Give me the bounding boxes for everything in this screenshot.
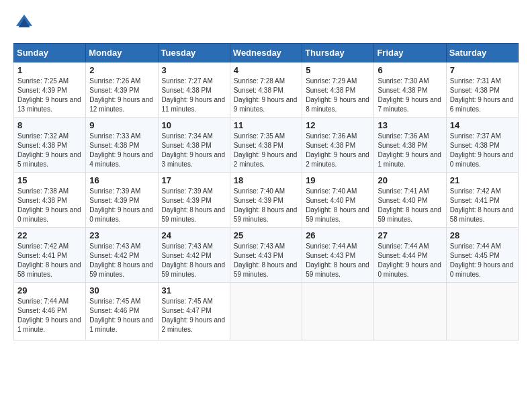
day-number: 18: [234, 175, 298, 185]
day-number: 28: [450, 230, 515, 240]
day-number: 6: [378, 65, 442, 75]
calendar-cell: 20 Sunrise: 7:41 AMSunset: 4:40 PMDaylig…: [374, 173, 446, 228]
logo-icon: [15, 13, 34, 32]
day-number: 26: [306, 230, 370, 240]
week-row-1: 1 Sunrise: 7:25 AMSunset: 4:39 PMDayligh…: [14, 62, 519, 118]
calendar-cell: 27 Sunrise: 7:44 AMSunset: 4:44 PMDaylig…: [374, 228, 446, 283]
calendar-cell: 13 Sunrise: 7:36 AMSunset: 4:38 PMDaylig…: [374, 118, 446, 173]
day-number: 21: [450, 175, 515, 185]
day-number: 22: [17, 230, 82, 240]
cell-info: Sunrise: 7:37 AMSunset: 4:38 PMDaylight:…: [450, 132, 514, 168]
weekday-header-thursday: Thursday: [302, 44, 374, 62]
week-row-2: 8 Sunrise: 7:32 AMSunset: 4:38 PMDayligh…: [14, 118, 519, 173]
day-number: 15: [17, 175, 82, 185]
cell-info: Sunrise: 7:34 AMSunset: 4:38 PMDaylight:…: [162, 132, 226, 168]
calendar-cell: 18 Sunrise: 7:40 AMSunset: 4:39 PMDaylig…: [230, 173, 302, 228]
calendar-cell: 1 Sunrise: 7:25 AMSunset: 4:39 PMDayligh…: [14, 62, 86, 118]
logo: [13, 13, 36, 35]
day-number: 16: [89, 175, 154, 185]
calendar-cell: 5 Sunrise: 7:29 AMSunset: 4:38 PMDayligh…: [302, 62, 374, 118]
day-number: 3: [162, 65, 226, 75]
cell-info: Sunrise: 7:45 AMSunset: 4:46 PMDaylight:…: [89, 298, 153, 333]
calendar-cell: 9 Sunrise: 7:33 AMSunset: 4:38 PMDayligh…: [86, 118, 158, 173]
cell-info: Sunrise: 7:43 AMSunset: 4:43 PMDaylight:…: [234, 242, 298, 278]
day-number: 2: [89, 65, 154, 75]
day-number: 4: [234, 65, 298, 75]
day-number: 31: [162, 285, 226, 295]
calendar-cell: 24 Sunrise: 7:43 AMSunset: 4:42 PMDaylig…: [158, 228, 230, 283]
day-number: 23: [89, 230, 154, 240]
calendar-cell: 14 Sunrise: 7:37 AMSunset: 4:38 PMDaylig…: [446, 118, 518, 173]
calendar-cell: 29 Sunrise: 7:44 AMSunset: 4:46 PMDaylig…: [14, 283, 86, 340]
day-number: 10: [162, 120, 226, 130]
cell-info: Sunrise: 7:45 AMSunset: 4:47 PMDaylight:…: [162, 298, 226, 333]
weekday-header-row: SundayMondayTuesdayWednesdayThursdayFrid…: [14, 44, 519, 62]
calendar-cell: 23 Sunrise: 7:43 AMSunset: 4:42 PMDaylig…: [86, 228, 158, 283]
cell-info: Sunrise: 7:44 AMSunset: 4:44 PMDaylight:…: [378, 242, 441, 278]
day-number: 24: [162, 230, 226, 240]
cell-info: Sunrise: 7:30 AMSunset: 4:38 PMDaylight:…: [378, 77, 441, 113]
cell-info: Sunrise: 7:42 AMSunset: 4:41 PMDaylight:…: [17, 242, 81, 278]
cell-info: Sunrise: 7:32 AMSunset: 4:38 PMDaylight:…: [17, 132, 81, 168]
cell-info: Sunrise: 7:40 AMSunset: 4:39 PMDaylight:…: [234, 187, 298, 223]
week-row-4: 22 Sunrise: 7:42 AMSunset: 4:41 PMDaylig…: [14, 228, 519, 283]
calendar-cell: 10 Sunrise: 7:34 AMSunset: 4:38 PMDaylig…: [158, 118, 230, 173]
cell-info: Sunrise: 7:42 AMSunset: 4:41 PMDaylight:…: [450, 187, 514, 223]
week-row-3: 15 Sunrise: 7:38 AMSunset: 4:38 PMDaylig…: [14, 173, 519, 228]
calendar-cell: 6 Sunrise: 7:30 AMSunset: 4:38 PMDayligh…: [374, 62, 446, 118]
cell-info: Sunrise: 7:40 AMSunset: 4:40 PMDaylight:…: [306, 187, 369, 223]
calendar-cell: 16 Sunrise: 7:39 AMSunset: 4:39 PMDaylig…: [86, 173, 158, 228]
weekday-header-saturday: Saturday: [446, 44, 518, 62]
day-number: 27: [378, 230, 442, 240]
cell-info: Sunrise: 7:44 AMSunset: 4:45 PMDaylight:…: [450, 242, 514, 278]
day-number: 29: [17, 285, 82, 295]
cell-info: Sunrise: 7:25 AMSunset: 4:39 PMDaylight:…: [17, 77, 81, 113]
day-number: 17: [162, 175, 226, 185]
cell-info: Sunrise: 7:43 AMSunset: 4:42 PMDaylight:…: [89, 242, 153, 278]
day-number: 25: [234, 230, 298, 240]
calendar-cell: 31 Sunrise: 7:45 AMSunset: 4:47 PMDaylig…: [158, 283, 230, 340]
calendar-cell: 17 Sunrise: 7:39 AMSunset: 4:39 PMDaylig…: [158, 173, 230, 228]
day-number: 12: [306, 120, 370, 130]
weekday-header-sunday: Sunday: [14, 44, 86, 62]
day-number: 19: [306, 175, 370, 185]
weekday-header-tuesday: Tuesday: [158, 44, 230, 62]
calendar-cell: 7 Sunrise: 7:31 AMSunset: 4:38 PMDayligh…: [446, 62, 518, 118]
cell-info: Sunrise: 7:33 AMSunset: 4:38 PMDaylight:…: [89, 132, 153, 168]
calendar-cell: 28 Sunrise: 7:44 AMSunset: 4:45 PMDaylig…: [446, 228, 518, 283]
day-number: 9: [89, 120, 154, 130]
day-number: 5: [306, 65, 370, 75]
calendar-cell: [446, 283, 518, 340]
calendar-cell: 22 Sunrise: 7:42 AMSunset: 4:41 PMDaylig…: [14, 228, 86, 283]
calendar-cell: 15 Sunrise: 7:38 AMSunset: 4:38 PMDaylig…: [14, 173, 86, 228]
day-number: 14: [450, 120, 515, 130]
cell-info: Sunrise: 7:39 AMSunset: 4:39 PMDaylight:…: [162, 187, 226, 223]
cell-info: Sunrise: 7:36 AMSunset: 4:38 PMDaylight:…: [306, 132, 369, 168]
cell-info: Sunrise: 7:29 AMSunset: 4:38 PMDaylight:…: [306, 77, 369, 113]
weekday-header-friday: Friday: [374, 44, 446, 62]
cell-info: Sunrise: 7:28 AMSunset: 4:38 PMDaylight:…: [234, 77, 298, 113]
calendar-cell: [302, 283, 374, 340]
day-number: 30: [89, 285, 154, 295]
cell-info: Sunrise: 7:43 AMSunset: 4:42 PMDaylight:…: [162, 242, 226, 278]
calendar-cell: 12 Sunrise: 7:36 AMSunset: 4:38 PMDaylig…: [302, 118, 374, 173]
calendar-cell: 25 Sunrise: 7:43 AMSunset: 4:43 PMDaylig…: [230, 228, 302, 283]
calendar-cell: 30 Sunrise: 7:45 AMSunset: 4:46 PMDaylig…: [86, 283, 158, 340]
cell-info: Sunrise: 7:39 AMSunset: 4:39 PMDaylight:…: [89, 187, 153, 223]
day-number: 1: [17, 65, 82, 75]
calendar-cell: [230, 283, 302, 340]
cell-info: Sunrise: 7:27 AMSunset: 4:38 PMDaylight:…: [162, 77, 226, 113]
day-number: 13: [378, 120, 442, 130]
page: SundayMondayTuesdayWednesdayThursdayFrid…: [0, 0, 532, 347]
cell-info: Sunrise: 7:35 AMSunset: 4:38 PMDaylight:…: [234, 132, 298, 168]
cell-info: Sunrise: 7:36 AMSunset: 4:38 PMDaylight:…: [378, 132, 441, 168]
calendar-cell: 2 Sunrise: 7:26 AMSunset: 4:39 PMDayligh…: [86, 62, 158, 118]
calendar-cell: 4 Sunrise: 7:28 AMSunset: 4:38 PMDayligh…: [230, 62, 302, 118]
cell-info: Sunrise: 7:44 AMSunset: 4:43 PMDaylight:…: [306, 242, 369, 278]
day-number: 7: [450, 65, 515, 75]
cell-info: Sunrise: 7:31 AMSunset: 4:38 PMDaylight:…: [450, 77, 514, 113]
calendar-cell: 3 Sunrise: 7:27 AMSunset: 4:38 PMDayligh…: [158, 62, 230, 118]
calendar-cell: 19 Sunrise: 7:40 AMSunset: 4:40 PMDaylig…: [302, 173, 374, 228]
calendar-cell: [374, 283, 446, 340]
cell-info: Sunrise: 7:41 AMSunset: 4:40 PMDaylight:…: [378, 187, 441, 223]
